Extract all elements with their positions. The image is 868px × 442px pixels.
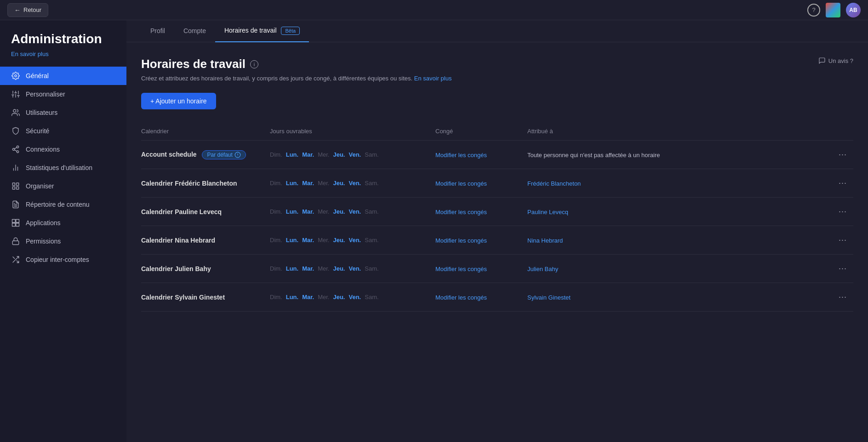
main-layout: Administration En savoir plus Général Pe… — [0, 20, 868, 442]
sidebar-learn-more[interactable]: En savoir plus — [0, 51, 126, 67]
more-options-button[interactable]: ··· — [835, 262, 851, 275]
sidebar-item-statistiques[interactable]: Statistiques d'utilisation — [0, 159, 126, 177]
sidebar-item-applications[interactable]: Applications — [0, 214, 126, 232]
day-Ven: Ven. — [348, 294, 361, 300]
learn-more-link[interactable]: En savoir plus — [414, 75, 452, 82]
days-row: Dim.Lun.Mar.Mer.Jeu.Ven.Sam. — [270, 208, 435, 215]
assigned-name[interactable]: Frédéric Blancheton — [527, 180, 581, 187]
day-Mer: Mer. — [318, 208, 329, 215]
sidebar-item-label: Organiser — [26, 182, 54, 190]
more-options-button[interactable]: ··· — [835, 205, 851, 218]
day-Lun: Lun. — [286, 208, 298, 215]
add-schedule-button[interactable]: + Ajouter un horaire — [141, 93, 216, 109]
table-header: Calendrier Jours ouvrables Congé Attribu… — [141, 124, 853, 141]
default-badge: Par défaut — [202, 150, 246, 159]
sidebar-item-personnaliser[interactable]: Personnaliser — [0, 85, 126, 103]
sidebar-item-label: Copieur inter-comptes — [26, 256, 89, 263]
more-options-button[interactable]: ··· — [835, 176, 851, 190]
copy-icon — [11, 255, 20, 264]
modify-conge-link[interactable]: Modifier les congés — [435, 152, 487, 159]
sidebar: Administration En savoir plus Général Pe… — [0, 20, 126, 442]
back-button[interactable]: ← Retour — [7, 3, 48, 17]
day-Mar: Mar. — [302, 294, 314, 300]
sidebar-title: Administration — [0, 31, 126, 51]
modify-conge-link[interactable]: Modifier les congés — [435, 180, 487, 187]
sidebar-item-securite[interactable]: Sécurité — [0, 122, 126, 140]
more-options-button[interactable]: ··· — [835, 233, 851, 247]
day-Sam: Sam. — [365, 294, 378, 300]
col-header-assign: Attribué à — [527, 124, 835, 141]
assigned-name[interactable]: Nina Hebrard — [527, 237, 563, 244]
day-Sam: Sam. — [365, 151, 378, 158]
sidebar-item-organiser[interactable]: Organiser — [0, 177, 126, 195]
day-Jeu: Jeu. — [333, 151, 345, 158]
day-Dim: Dim. — [270, 180, 282, 187]
tab-bar: Profil Compte Horaires de travail Bêta — [126, 20, 868, 42]
page-header: Horaires de travail i Un avis ? — [141, 57, 853, 71]
more-options-button[interactable]: ··· — [835, 148, 851, 161]
day-Mer: Mer. — [318, 294, 329, 300]
sidebar-item-general[interactable]: Général — [0, 67, 126, 85]
apps-icon — [11, 218, 20, 227]
tab-profil[interactable]: Profil — [141, 21, 174, 42]
day-Ven: Ven. — [348, 151, 361, 158]
sidebar-item-utilisateurs[interactable]: Utilisateurs — [0, 103, 126, 122]
assigned-name[interactable]: Pauline Levecq — [527, 209, 568, 215]
table-row: Calendrier Nina HebrardDim.Lun.Mar.Mer.J… — [141, 226, 853, 255]
sidebar-item-permissions[interactable]: Permissions — [0, 232, 126, 250]
days-row: Dim.Lun.Mar.Mer.Jeu.Ven.Sam. — [270, 180, 435, 187]
modify-conge-link[interactable]: Modifier les congés — [435, 237, 487, 244]
more-options-button[interactable]: ··· — [835, 290, 851, 304]
modify-conge-link[interactable]: Modifier les congés — [435, 209, 487, 215]
page-subtitle: Créez et attribuez des horaires de trava… — [141, 75, 853, 82]
day-Lun: Lun. — [286, 265, 298, 272]
tab-horaires[interactable]: Horaires de travail Bêta — [215, 20, 309, 42]
day-Lun: Lun. — [286, 151, 298, 158]
back-label: Retour — [23, 6, 41, 13]
svg-rect-22 — [12, 187, 15, 189]
svg-line-15 — [14, 147, 17, 148]
schedule-table: Calendrier Jours ouvrables Congé Attribu… — [141, 124, 853, 312]
day-Sam: Sam. — [365, 237, 378, 244]
schedule-name: Calendrier Nina Hebrard — [141, 237, 215, 244]
page-title-row: Horaires de travail i — [141, 57, 258, 71]
svg-point-0 — [15, 74, 17, 77]
info-icon[interactable]: i — [250, 60, 258, 68]
schedule-name: Calendrier Pauline Levecq — [141, 208, 222, 215]
organize-icon — [11, 181, 20, 191]
main-content: Profil Compte Horaires de travail Bêta H… — [126, 20, 868, 442]
tab-compte[interactable]: Compte — [174, 21, 215, 42]
app-logo-icon — [826, 3, 840, 17]
help-icon[interactable]: ? — [807, 4, 820, 17]
sidebar-item-label: Connexions — [26, 146, 60, 153]
user-avatar[interactable]: AB — [846, 3, 861, 17]
table-row: Calendrier Pauline LevecqDim.Lun.Mar.Mer… — [141, 198, 853, 226]
assigned-desc: Toute personne qui n'est pas affectée à … — [527, 152, 660, 159]
modify-conge-link[interactable]: Modifier les congés — [435, 294, 487, 301]
info-circle-icon — [234, 152, 241, 158]
page-content: Horaires de travail i Un avis ? Créez et… — [126, 42, 868, 326]
svg-rect-20 — [17, 183, 19, 185]
sidebar-item-label: Sécurité — [26, 127, 49, 135]
day-Mar: Mar. — [302, 208, 314, 215]
day-Lun: Lun. — [286, 294, 298, 300]
day-Lun: Lun. — [286, 237, 298, 244]
back-arrow-icon: ← — [14, 6, 21, 14]
topbar: ← Retour ? AB — [0, 0, 868, 20]
sidebar-nav: Général Personnaliser Utilisateurs Sécur… — [0, 67, 126, 269]
assigned-name[interactable]: Julien Bahy — [527, 266, 558, 272]
day-Lun: Lun. — [286, 180, 298, 187]
sidebar-item-repertoire[interactable]: Répertoire de contenu — [0, 195, 126, 214]
schedule-name: Account schedule — [141, 151, 197, 158]
modify-conge-link[interactable]: Modifier les congés — [435, 266, 487, 272]
day-Ven: Ven. — [348, 265, 361, 272]
day-Mar: Mar. — [302, 151, 314, 158]
svg-line-32 — [13, 257, 15, 259]
day-Mer: Mer. — [318, 265, 329, 272]
feedback-button[interactable]: Un avis ? — [818, 57, 853, 64]
sidebar-item-copieur[interactable]: Copieur inter-comptes — [0, 250, 126, 269]
sidebar-item-connexions[interactable]: Connexions — [0, 140, 126, 159]
sidebar-item-label: Général — [26, 72, 49, 79]
sidebar-item-label: Personnaliser — [26, 91, 65, 98]
assigned-name[interactable]: Sylvain Ginestet — [527, 294, 571, 301]
